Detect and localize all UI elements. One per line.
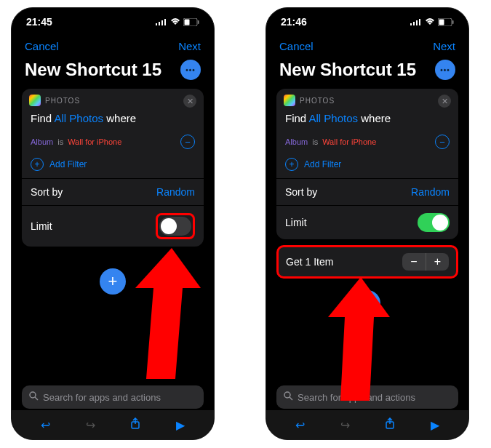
cancel-button[interactable]: Cancel (25, 40, 59, 52)
phone-left: 21:45 Cancel Next New Shortcut 15 ••• PH… (11, 7, 215, 440)
more-button[interactable]: ••• (180, 60, 201, 80)
search-bar[interactable]: Search for apps and actions (22, 385, 204, 409)
svg-line-19 (290, 397, 292, 400)
svg-point-7 (30, 392, 36, 398)
time: 21:45 (26, 16, 52, 28)
filter-value[interactable]: Wall for iPhone (68, 137, 121, 146)
share-icon[interactable] (130, 417, 140, 432)
photos-app-icon (29, 95, 41, 106)
add-action-fab[interactable]: + (100, 268, 126, 295)
svg-rect-11 (410, 23, 412, 25)
notch (320, 8, 415, 24)
page-title: New Shortcut 15 (25, 60, 161, 80)
all-photos-token[interactable]: All Photos (55, 112, 104, 124)
limit-toggle[interactable] (159, 217, 191, 236)
nav-bar: Cancel Next (12, 30, 214, 57)
battery-icon (183, 18, 199, 26)
undo-icon[interactable]: ↩ (295, 418, 305, 432)
more-button[interactable]: ••• (435, 60, 455, 80)
svg-rect-1 (159, 22, 160, 25)
sort-row: Sort by Random (276, 178, 458, 205)
limit-toggle[interactable] (418, 213, 450, 232)
filter-key[interactable]: Album (31, 137, 53, 146)
sort-value[interactable]: Random (156, 186, 195, 198)
svg-rect-12 (413, 22, 415, 25)
card-app-label: PHOTOS (300, 97, 335, 105)
filter-row: Album is Wall for iPhone − (22, 132, 204, 152)
wifi-icon (170, 18, 180, 25)
stepper-plus[interactable]: + (426, 253, 449, 271)
search-placeholder: Search for apps and actions (43, 392, 161, 403)
svg-rect-6 (198, 20, 199, 24)
battery-icon (438, 18, 454, 26)
remove-filter-button[interactable]: − (435, 135, 450, 149)
cancel-button[interactable]: Cancel (279, 40, 314, 52)
svg-rect-14 (419, 19, 420, 25)
svg-point-18 (284, 392, 290, 398)
wifi-icon (425, 18, 435, 25)
page-title: New Shortcut 15 (279, 60, 416, 80)
get-item-row: Get 1 Item − + (276, 245, 458, 279)
item-count-stepper[interactable]: − + (402, 253, 449, 271)
limit-row: Limit (22, 205, 204, 247)
svg-rect-16 (439, 19, 444, 25)
annotation-arrow (121, 248, 201, 379)
bottom-toolbar: ↩ ↪ ▶ (266, 410, 468, 439)
remove-filter-button[interactable]: − (180, 135, 195, 149)
photos-app-icon (284, 95, 295, 106)
notch (65, 8, 160, 24)
search-bar[interactable]: Search for apps and actions (276, 385, 458, 409)
action-card: PHOTOS ✕ Find All Photos where Album is … (22, 89, 204, 247)
add-action-fab[interactable]: + (354, 290, 380, 316)
add-filter-row[interactable]: + Add Filter (276, 152, 458, 178)
svg-line-8 (35, 397, 38, 400)
play-icon[interactable]: ▶ (431, 418, 439, 432)
get-item-label: Get 1 Item (286, 256, 333, 268)
svg-rect-5 (185, 19, 190, 25)
plus-icon: + (285, 158, 298, 171)
add-filter-row[interactable]: + Add Filter (22, 152, 204, 178)
bottom-toolbar: ↩ ↪ ▶ (12, 410, 214, 439)
svg-marker-10 (135, 248, 201, 379)
undo-icon[interactable]: ↩ (41, 418, 50, 432)
svg-rect-13 (416, 20, 418, 25)
nav-bar: Cancel Next (266, 30, 468, 57)
svg-rect-3 (164, 19, 166, 25)
search-placeholder: Search for apps and actions (298, 392, 415, 403)
redo-icon[interactable]: ↪ (86, 418, 95, 432)
card-close-icon[interactable]: ✕ (438, 95, 451, 108)
share-icon[interactable] (385, 417, 395, 432)
find-clause: Find All Photos where (276, 111, 458, 132)
redo-icon[interactable]: ↪ (340, 418, 350, 432)
play-icon[interactable]: ▶ (176, 418, 185, 432)
plus-icon: + (31, 158, 44, 171)
time: 21:46 (281, 16, 307, 28)
phone-right: 21:46 Cancel Next New Shortcut 15 ••• PH… (266, 7, 469, 440)
limit-highlight (156, 213, 195, 239)
all-photos-token[interactable]: All Photos (309, 112, 359, 124)
svg-rect-2 (161, 20, 163, 25)
next-button[interactable]: Next (178, 40, 201, 52)
search-icon (284, 391, 293, 403)
stepper-minus[interactable]: − (402, 253, 426, 271)
sort-row: Sort by Random (22, 178, 204, 205)
limit-row: Limit (276, 205, 458, 239)
svg-rect-0 (156, 23, 157, 25)
filter-value[interactable]: Wall for iPhone (322, 137, 376, 146)
filter-key[interactable]: Album (285, 137, 308, 146)
action-card: PHOTOS ✕ Find All Photos where Album is … (276, 89, 458, 239)
sort-value[interactable]: Random (411, 186, 450, 198)
svg-rect-17 (452, 20, 454, 24)
card-app-label: PHOTOS (45, 97, 80, 105)
card-close-icon[interactable]: ✕ (183, 95, 196, 108)
next-button[interactable]: Next (433, 40, 455, 52)
filter-row: Album is Wall for iPhone − (276, 132, 458, 152)
search-icon (29, 391, 39, 403)
find-clause: Find All Photos where (22, 111, 204, 132)
